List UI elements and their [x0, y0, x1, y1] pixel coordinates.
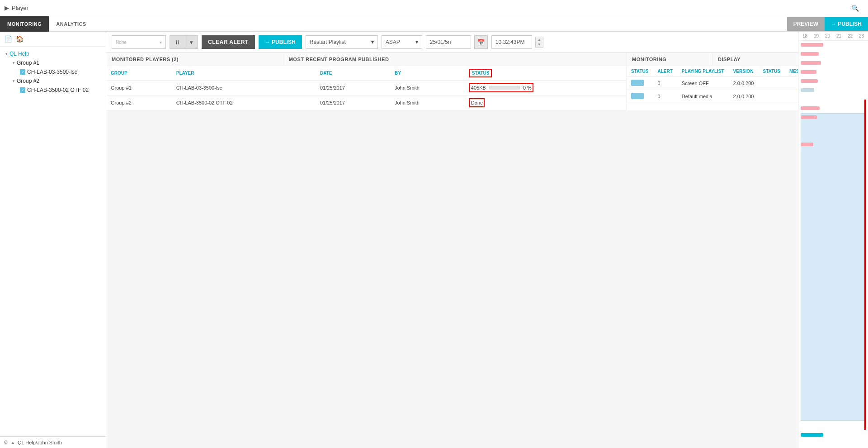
col-display-status: STATUS — [758, 66, 785, 77]
timeline-bar — [801, 43, 823, 47]
col-group: GROUP — [106, 66, 172, 81]
tree-label: Group #2 — [17, 78, 39, 84]
right-section-headers: MONITORING DISPLAY — [627, 53, 798, 66]
app-title: Player — [12, 5, 28, 11]
tree-label: QL Help — [9, 51, 29, 57]
status-cell-highlight: 405KB 0 % — [469, 83, 533, 92]
time-down-icon[interactable]: ▼ — [536, 42, 543, 47]
calendar-button[interactable]: 📅 — [474, 35, 488, 49]
dropdown-button[interactable]: ▾ — [185, 36, 198, 48]
cell-display-status — [758, 77, 785, 90]
cell-playing-playlist: Screen OFF — [677, 77, 729, 90]
cell-date: 01/25/2017 — [316, 81, 390, 95]
table-header-row: GROUP PLAYER DATE BY STATUS — [106, 66, 626, 81]
cell-display-message — [785, 77, 798, 90]
cell-date: 01/25/2017 — [316, 95, 390, 110]
col-player: PLAYER — [172, 66, 316, 81]
table-row: Group #2 CH-LAB-3500-02 OTF 02 01/25/201… — [106, 95, 626, 110]
cell-alert: 0 — [653, 90, 677, 103]
pause-button-group: ⏸ ▾ — [170, 35, 198, 49]
status-size: 405KB — [471, 85, 486, 91]
main-table: GROUP PLAYER DATE BY STATUS — [106, 66, 626, 110]
monitoring-row: 0 Default media 2.0.0.200 — [627, 90, 798, 103]
gear-icon[interactable]: ⚙ — [4, 439, 8, 445]
status-done: Done — [471, 100, 483, 105]
file-icon[interactable]: 📄 — [5, 35, 12, 43]
toolbar: None ▾ ⏸ ▾ CLEAR ALERT → PUBLISH Restart… — [106, 32, 798, 53]
sidebar-path: QL Help/John Smith — [18, 440, 62, 445]
arrow-icon: ▾ — [5, 52, 8, 56]
timeline-body — [798, 41, 868, 448]
cell-player-status — [627, 90, 653, 103]
checkbox-ch-lab-35[interactable]: ✓ — [20, 87, 25, 93]
none-select[interactable]: None ▾ — [112, 35, 166, 49]
timeline-bar — [801, 61, 821, 65]
tabs-bar: MONITORING ANALYTICS PREVIEW → PUBLISH — [0, 16, 868, 32]
pause-button[interactable]: ⏸ — [170, 36, 185, 48]
col-display-message: MESSAGE — [785, 66, 798, 77]
status-dot — [631, 80, 644, 86]
col-version: VERSION — [729, 66, 759, 77]
time-input[interactable]: 10:32:43PM — [491, 35, 532, 49]
tab-monitoring[interactable]: MONITORING — [0, 16, 49, 32]
timeline-bar — [801, 88, 814, 92]
timeline-line — [864, 100, 866, 430]
tree-item-ch-lab-03[interactable]: ✓ CH-LAB-03-3500-lsc — [0, 67, 106, 76]
left-panel: MONITORED PLAYERS (2) MOST RECENT PROGRA… — [106, 53, 626, 110]
progress-container: 405KB 0 % — [471, 85, 532, 91]
cell-by: John Smith — [390, 95, 465, 110]
cell-playing-playlist: Default media — [677, 90, 729, 103]
home-icon[interactable]: 🏠 — [16, 35, 24, 43]
asap-select[interactable]: ASAP ▾ — [382, 35, 422, 49]
cell-player: CH-LAB-03-3500-lsc — [172, 81, 316, 95]
hour-21: 21 — [836, 33, 841, 38]
tree-label: CH-LAB-3500-02 OTF 02 — [27, 87, 89, 93]
tree-item-group2[interactable]: ▾ Group #2 — [0, 76, 106, 86]
hour-23: 23 — [859, 33, 864, 38]
expand-icon[interactable]: ▲ — [11, 440, 15, 445]
preview-button[interactable]: PREVIEW — [787, 17, 825, 31]
content-area: None ▾ ⏸ ▾ CLEAR ALERT → PUBLISH Restart… — [106, 32, 798, 448]
status-cell-highlight: Done — [469, 98, 485, 107]
tree-item-ch-lab-35[interactable]: ✓ CH-LAB-3500-02 OTF 02 — [0, 86, 106, 95]
playlist-select[interactable]: Restart Playlist ▾ — [306, 35, 378, 49]
timeline-block — [801, 113, 866, 421]
tree-label: CH-LAB-03-3500-lsc — [27, 69, 77, 75]
right-panel: MONITORING DISPLAY STATUS ALERT PLAYING … — [626, 53, 798, 110]
hour-20: 20 — [825, 33, 830, 38]
tab-analytics[interactable]: ANALYTICS — [49, 16, 93, 32]
section-headers-row: MONITORED PLAYERS (2) MOST RECENT PROGRA… — [106, 53, 626, 66]
timeline-bar — [801, 115, 817, 119]
timeline-bar — [801, 79, 818, 83]
timeline-bar — [801, 433, 823, 437]
date-input[interactable]: 25/01/5n — [426, 35, 471, 49]
top-right-buttons: PREVIEW → PUBLISH — [787, 17, 868, 31]
arrow-icon: ▾ — [13, 79, 15, 83]
monitoring-header-row: STATUS ALERT PLAYING PLAYLIST VERSION ST… — [627, 66, 798, 77]
timeline-bar — [801, 106, 820, 110]
display-header: DISPLAY — [712, 53, 798, 66]
checkbox-ch-lab-03[interactable]: ✓ — [20, 69, 25, 75]
table-wrapper: MONITORED PLAYERS (2) MOST RECENT PROGRA… — [106, 53, 798, 110]
col-playing-playlist: PLAYING PLAYLIST — [677, 66, 729, 77]
hour-19: 19 — [814, 33, 819, 38]
search-icon[interactable]: 🔍 — [851, 5, 859, 12]
hour-22: 22 — [848, 33, 853, 38]
publish-top-button[interactable]: → PUBLISH — [825, 17, 868, 31]
timeline-bar — [801, 70, 816, 74]
arrow-icon: ▾ — [13, 61, 15, 65]
clear-alert-button[interactable]: CLEAR ALERT — [202, 35, 255, 49]
col-by: BY — [390, 66, 465, 81]
player-icon: ▶ — [5, 5, 9, 11]
time-up-icon[interactable]: ▲ — [536, 37, 543, 42]
tree-item-ql-help[interactable]: ▾ QL Help — [0, 49, 106, 58]
cell-status: 405KB 0 % — [465, 81, 626, 95]
col-player-status: STATUS — [627, 66, 653, 77]
top-bar: ▶ Player 🔍 — [0, 0, 868, 16]
tree-item-group1[interactable]: ▾ Group #1 — [0, 58, 106, 67]
timeline-bar — [801, 52, 819, 56]
cell-player-status — [627, 77, 653, 90]
hour-18: 18 — [802, 33, 807, 38]
cell-group: Group #1 — [106, 81, 172, 95]
publish-button[interactable]: → PUBLISH — [259, 35, 302, 49]
